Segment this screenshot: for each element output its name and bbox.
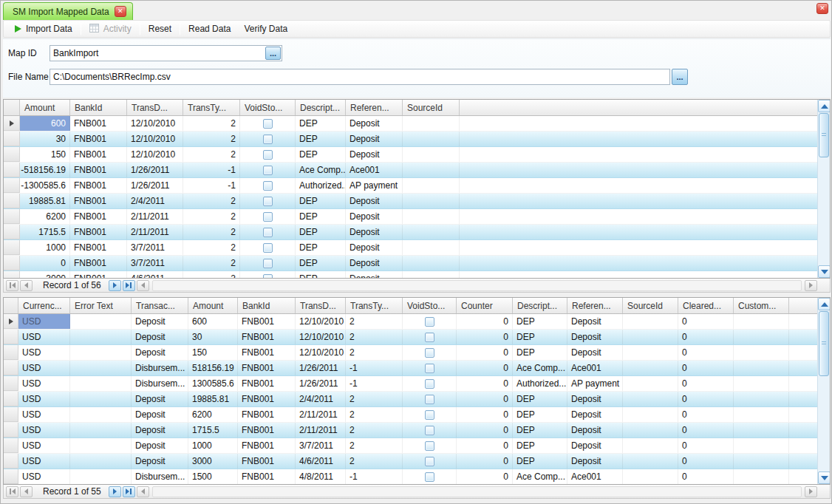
scroll-down-button[interactable] bbox=[818, 265, 831, 278]
grid-cell[interactable]: Deposit bbox=[346, 271, 403, 278]
column-header-sourceid[interactable]: SourceId bbox=[403, 100, 460, 115]
grid-cell[interactable]: 150 bbox=[20, 147, 70, 162]
grid-cell[interactable] bbox=[70, 361, 132, 375]
grid-cell[interactable]: 2 bbox=[346, 345, 403, 360]
table-row[interactable]: 1000FNB0013/7/20112DEPDeposit bbox=[4, 240, 817, 256]
grid-cell[interactable]: 2 bbox=[346, 423, 403, 437]
vertical-scrollbar[interactable] bbox=[817, 298, 830, 484]
void-checkbox[interactable] bbox=[425, 333, 434, 342]
grid-cell[interactable]: USD bbox=[18, 376, 70, 391]
vertical-scrollbar[interactable] bbox=[817, 100, 830, 278]
grid-cell[interactable]: 3/7/2011 bbox=[296, 438, 346, 453]
grid-cell[interactable]: Deposit bbox=[132, 438, 188, 453]
grid-cell[interactable] bbox=[734, 454, 789, 469]
grid-cell[interactable]: 2 bbox=[183, 271, 240, 278]
table-row[interactable]: 1715.5FNB0012/11/20112DEPDeposit bbox=[4, 225, 817, 240]
column-header-amount[interactable]: Amount bbox=[188, 298, 238, 313]
column-header-bankid[interactable]: BankId bbox=[238, 298, 296, 313]
grid-cell[interactable]: 12/10/2010 bbox=[127, 116, 183, 131]
grid-cell[interactable]: Deposit bbox=[567, 314, 623, 329]
grid-cell[interactable] bbox=[734, 392, 789, 406]
grid-cell[interactable]: -1 bbox=[346, 376, 403, 391]
column-header-transty[interactable]: TransTy... bbox=[183, 100, 240, 115]
grid-cell[interactable]: Ace Comp... bbox=[513, 361, 567, 375]
grid-cell[interactable]: USD bbox=[18, 438, 70, 453]
grid-cell[interactable]: USD bbox=[18, 454, 70, 469]
grid-cell[interactable]: FNB001 bbox=[238, 345, 296, 360]
grid-cell[interactable]: Ace Comp... bbox=[513, 469, 567, 484]
column-header-voidsto[interactable]: VoidSto... bbox=[403, 298, 457, 313]
void-checkbox[interactable] bbox=[263, 166, 273, 175]
grid-cell[interactable] bbox=[403, 132, 460, 146]
nav-next-button[interactable] bbox=[109, 280, 121, 291]
void-checkbox[interactable] bbox=[425, 441, 434, 451]
grid-cell[interactable]: DEP bbox=[513, 423, 567, 437]
grid-cell[interactable]: Deposit bbox=[132, 314, 188, 329]
grid-cell[interactable]: FNB001 bbox=[70, 132, 127, 146]
grid-cell[interactable]: FNB001 bbox=[70, 194, 127, 208]
grid-cell[interactable]: 1/26/2011 bbox=[127, 178, 183, 193]
grid-cell[interactable] bbox=[734, 330, 789, 344]
grid-cell[interactable]: Ace001 bbox=[567, 361, 623, 375]
grid-cell[interactable]: FNB001 bbox=[70, 209, 127, 224]
grid-cell[interactable]: 0 bbox=[678, 345, 734, 360]
grid-cell[interactable]: 0 bbox=[678, 454, 734, 469]
grid-cell[interactable]: 518156.19 bbox=[188, 361, 238, 375]
grid-cell[interactable]: FNB001 bbox=[70, 163, 127, 177]
grid-cell[interactable] bbox=[403, 392, 457, 406]
grid-cell[interactable] bbox=[240, 240, 296, 255]
grid-cell[interactable] bbox=[403, 225, 460, 239]
grid-cell[interactable] bbox=[403, 345, 457, 360]
grid-cell[interactable] bbox=[70, 407, 132, 422]
grid-cell[interactable]: 0 bbox=[457, 345, 513, 360]
grid-cell[interactable]: 2 bbox=[346, 407, 403, 422]
scrollbar-thumb[interactable] bbox=[819, 113, 829, 157]
grid-cell[interactable]: FNB001 bbox=[238, 423, 296, 437]
import-data-button[interactable]: Import Data bbox=[8, 21, 79, 36]
table-row[interactable]: -1300585.6FNB0011/26/2011-1Authorized...… bbox=[4, 178, 817, 194]
grid-cell[interactable]: 2 bbox=[346, 454, 403, 469]
void-checkbox[interactable] bbox=[425, 317, 434, 327]
grid-cell[interactable]: Deposit bbox=[132, 392, 188, 406]
table-row[interactable]: USDDeposit3000FNB0014/6/201120DEPDeposit… bbox=[4, 454, 817, 469]
map-id-lookup-button[interactable]: ... bbox=[265, 47, 281, 60]
grid-cell[interactable]: 2/11/2011 bbox=[296, 407, 346, 422]
nav-prev-button[interactable] bbox=[20, 486, 33, 497]
grid-cell[interactable]: 12/10/2010 bbox=[127, 147, 183, 162]
column-header-custom[interactable]: Custom... bbox=[734, 298, 789, 313]
void-checkbox[interactable] bbox=[425, 426, 434, 435]
grid-cell[interactable]: 0 bbox=[457, 392, 513, 406]
grid-cell[interactable] bbox=[734, 314, 789, 329]
void-checkbox[interactable] bbox=[425, 348, 434, 358]
tab-close-icon[interactable]: ✕ bbox=[115, 6, 126, 17]
table-row[interactable]: 150FNB00112/10/20102DEPDeposit bbox=[4, 147, 817, 163]
grid-cell[interactable] bbox=[403, 438, 457, 453]
grid-cell[interactable]: DEP bbox=[296, 225, 346, 239]
grid-cell[interactable] bbox=[623, 314, 678, 329]
column-header-descript[interactable]: Descript... bbox=[513, 298, 567, 313]
grid-cell[interactable]: AP payment bbox=[567, 376, 623, 391]
grid-cell[interactable]: Deposit bbox=[132, 423, 188, 437]
grid-cell[interactable]: 2 bbox=[183, 256, 240, 270]
grid-cell[interactable] bbox=[403, 194, 460, 208]
grid-cell[interactable]: Disbursem... bbox=[132, 361, 188, 375]
grid-cell[interactable]: DEP bbox=[513, 314, 567, 329]
grid-cell[interactable] bbox=[403, 314, 457, 329]
grid-cell[interactable]: FNB001 bbox=[238, 330, 296, 344]
grid-cell[interactable]: 0 bbox=[678, 361, 734, 375]
grid-cell[interactable]: FNB001 bbox=[238, 407, 296, 422]
grid-cell[interactable]: Deposit bbox=[567, 392, 623, 406]
column-header-descript[interactable]: Descript... bbox=[296, 100, 346, 115]
grid-cell[interactable]: USD bbox=[18, 407, 70, 422]
grid-cell[interactable]: Deposit bbox=[567, 345, 623, 360]
grid-cell[interactable]: 0 bbox=[678, 392, 734, 406]
column-header-bankid[interactable]: BankId bbox=[70, 100, 127, 115]
void-checkbox[interactable] bbox=[425, 457, 434, 466]
grid-cell[interactable]: 2 bbox=[183, 225, 240, 239]
grid-cell[interactable]: DEP bbox=[296, 132, 346, 146]
grid-cell[interactable] bbox=[734, 361, 789, 375]
grid-cell[interactable]: Disbursem... bbox=[132, 376, 188, 391]
grid-cell[interactable]: Deposit bbox=[346, 132, 403, 146]
grid-cell[interactable]: 1000 bbox=[188, 438, 238, 453]
grid-cell[interactable]: 2 bbox=[346, 392, 403, 406]
